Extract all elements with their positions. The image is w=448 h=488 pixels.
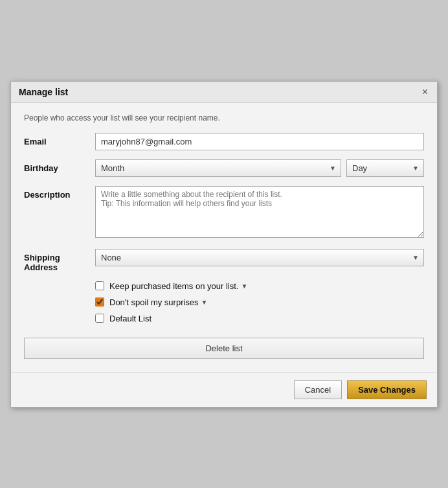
- dialog-footer: Cancel Save Changes: [11, 372, 437, 407]
- email-row: Email: [24, 133, 424, 150]
- shipping-control: None ▼: [95, 249, 424, 266]
- shipping-label: Shipping Address: [24, 249, 95, 272]
- info-text: People who access your list will see you…: [24, 113, 424, 122]
- shipping-select-wrapper: None ▼: [95, 249, 424, 266]
- cancel-button[interactable]: Cancel: [294, 380, 342, 399]
- delete-btn-row: Delete list: [24, 332, 424, 364]
- save-changes-button[interactable]: Save Changes: [347, 380, 427, 399]
- dont-spoil-item: Don't spoil my surprises ▼: [95, 297, 424, 307]
- day-select[interactable]: Day1234567891011121314151617181920212223…: [346, 159, 424, 177]
- email-control: [95, 133, 424, 150]
- email-input[interactable]: [95, 133, 424, 150]
- dialog-title: Manage list: [19, 87, 68, 97]
- delete-list-button[interactable]: Delete list: [24, 338, 424, 359]
- default-list-item: Default List: [95, 314, 424, 323]
- shipping-select[interactable]: None: [95, 249, 424, 266]
- keep-purchased-chevron-down-icon: ▼: [241, 283, 247, 290]
- checkboxes-section: Keep purchased items on your list. ▼ Don…: [95, 281, 424, 323]
- shipping-row: Shipping Address None ▼: [24, 249, 424, 272]
- close-button[interactable]: ×: [421, 87, 429, 97]
- default-list-label[interactable]: Default List: [109, 314, 151, 323]
- dont-spoil-chevron-down-icon: ▼: [201, 299, 208, 306]
- keep-purchased-item: Keep purchased items on your list. ▼: [95, 281, 424, 291]
- month-select-wrapper: MonthJanuaryFebruaryMarchAprilMayJuneJul…: [95, 159, 341, 177]
- manage-list-dialog: Manage list × People who access your lis…: [10, 81, 438, 408]
- description-textarea[interactable]: [95, 186, 424, 238]
- description-label: Description: [24, 186, 95, 200]
- description-control: [95, 186, 424, 240]
- keep-purchased-checkbox[interactable]: [95, 281, 104, 290]
- dont-spoil-label[interactable]: Don't spoil my surprises: [109, 297, 199, 307]
- birthday-row: Birthday MonthJanuaryFebruaryMarchAprilM…: [24, 159, 424, 177]
- birthday-label: Birthday: [24, 159, 95, 173]
- dialog-header: Manage list ×: [11, 82, 437, 103]
- keep-purchased-label[interactable]: Keep purchased items on your list.: [109, 281, 238, 291]
- description-row: Description: [24, 186, 424, 240]
- email-label: Email: [24, 133, 95, 146]
- day-select-wrapper: Day1234567891011121314151617181920212223…: [346, 159, 424, 177]
- month-select[interactable]: MonthJanuaryFebruaryMarchAprilMayJuneJul…: [95, 159, 341, 177]
- birthday-control: MonthJanuaryFebruaryMarchAprilMayJuneJul…: [95, 159, 424, 177]
- dialog-body: People who access your list will see you…: [11, 103, 437, 372]
- birthday-selects: MonthJanuaryFebruaryMarchAprilMayJuneJul…: [95, 159, 424, 177]
- dont-spoil-checkbox[interactable]: [95, 297, 104, 307]
- default-list-checkbox[interactable]: [95, 314, 104, 323]
